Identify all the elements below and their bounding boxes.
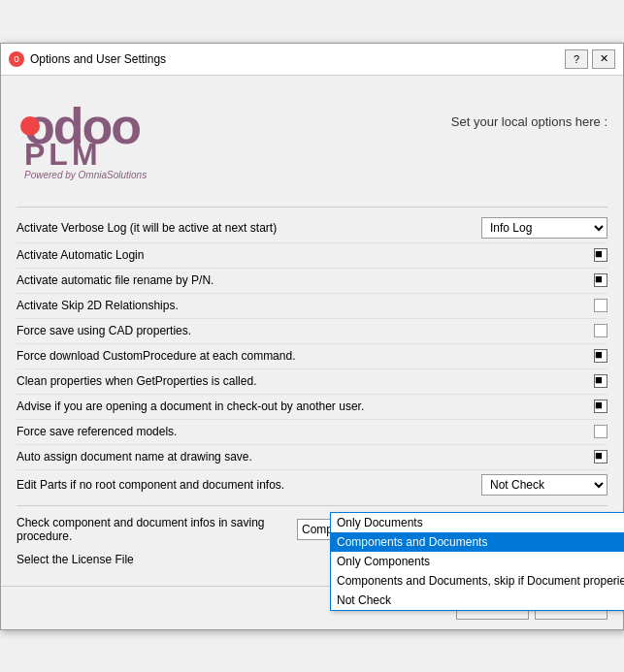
title-bar-left: o Options and User Settings (9, 51, 166, 67)
settings-row: Advise if you are opening a document in … (16, 395, 608, 420)
settings-checkbox[interactable] (594, 374, 608, 388)
settings-checkbox[interactable] (594, 248, 608, 262)
settings-row: Clean properties when GetProperties is c… (16, 369, 608, 395)
settings-label: Force save referenced models. (16, 425, 594, 438)
dropdown-item[interactable]: Not Check (331, 591, 624, 610)
close-button[interactable]: ✕ (592, 49, 615, 69)
settings-list: Activate Verbose Log (it will be active … (16, 213, 608, 499)
svg-text:PLM: PLM (24, 137, 102, 172)
settings-row: Activate Skip 2D Relationships. (16, 294, 608, 319)
settings-row: Activate automatic file rename by P/N. (16, 269, 608, 294)
main-window: o Options and User Settings ? ✕ odoo PLM (0, 43, 624, 630)
settings-divider (16, 505, 608, 506)
settings-row: Activate Automatic Login (16, 243, 608, 269)
svg-point-1 (20, 116, 40, 136)
settings-label: Activate Automatic Login (16, 248, 594, 262)
settings-row: Force save referenced models. (16, 420, 608, 445)
settings-label: Activate automatic file rename by P/N. (16, 273, 594, 287)
help-button[interactable]: ? (565, 49, 588, 69)
settings-label: Clean properties when GetProperties is c… (16, 374, 594, 388)
header-section: odoo PLM Powered by OmniaSolutions Set y… (16, 85, 608, 193)
svg-text:Powered by OmniaSolutions: Powered by OmniaSolutions (24, 170, 147, 180)
settings-select[interactable]: Info LogDebug LogWarning Log (481, 217, 608, 239)
header-subtitle: Set your local options here : (451, 114, 608, 129)
settings-checkbox[interactable] (594, 349, 608, 363)
logo-area: odoo PLM Powered by OmniaSolutions (16, 85, 279, 185)
settings-row: Force save using CAD properties. (16, 319, 608, 344)
check-component-section: Check component and document infos in sa… (16, 512, 608, 547)
title-bar: o Options and User Settings ? ✕ (1, 44, 623, 76)
settings-label: Activate Skip 2D Relationships. (16, 299, 594, 312)
settings-checkbox[interactable] (594, 450, 608, 464)
check-component-label: Check component and document infos in sa… (16, 516, 297, 543)
settings-checkbox[interactable] (594, 425, 608, 438)
settings-label: Force download CustomProcedure at each c… (16, 349, 594, 363)
logo-svg: odoo PLM Powered by OmniaSolutions (16, 85, 279, 182)
settings-checkbox[interactable] (594, 400, 608, 413)
settings-label: Edit Parts if no root component and docu… (16, 478, 481, 492)
settings-checkbox[interactable] (594, 273, 608, 287)
dropdown-item[interactable]: Only Documents (331, 513, 624, 532)
dropdown-item[interactable]: Components and Documents, skip if Docume… (331, 571, 624, 591)
dropdown-list: Only DocumentsComponents and DocumentsOn… (330, 512, 624, 611)
settings-row: Force download CustomProcedure at each c… (16, 344, 608, 369)
dropdown-item[interactable]: Only Components (331, 552, 624, 571)
header-divider (16, 207, 608, 208)
window-title: Options and User Settings (30, 52, 166, 66)
settings-select[interactable]: Not CheckCheckAsk (481, 474, 608, 496)
app-icon: o (9, 51, 24, 67)
settings-checkbox[interactable] (594, 299, 608, 312)
settings-checkbox[interactable] (594, 324, 608, 337)
settings-row: Edit Parts if no root component and docu… (16, 470, 608, 499)
settings-label: Activate Verbose Log (it will be active … (16, 221, 481, 235)
dropdown-item[interactable]: Components and Documents (331, 532, 624, 552)
settings-label: Auto assign document name at drawing sav… (16, 450, 594, 464)
settings-label: Advise if you are opening a document in … (16, 400, 594, 413)
title-bar-controls: ? ✕ (565, 49, 615, 69)
settings-row: Auto assign document name at drawing sav… (16, 445, 608, 470)
settings-row: Activate Verbose Log (it will be active … (16, 213, 608, 243)
main-content: odoo PLM Powered by OmniaSolutions Set y… (1, 76, 623, 586)
settings-label: Force save using CAD properties. (16, 324, 594, 337)
